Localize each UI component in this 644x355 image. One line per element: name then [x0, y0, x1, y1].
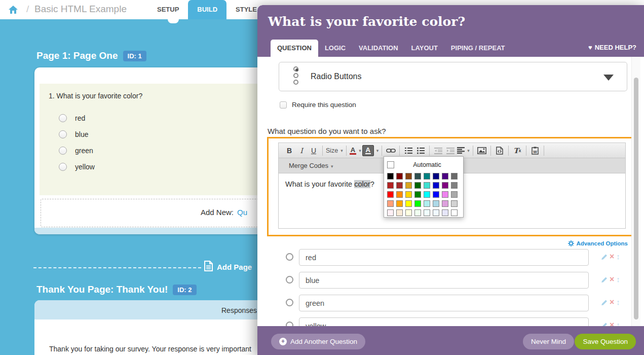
color-swatch[interactable]: [442, 209, 448, 216]
image-button[interactable]: [476, 145, 487, 157]
add-another-question-button[interactable]: + Add Another Question: [271, 334, 365, 349]
need-help-link[interactable]: ♥NEED HELP?: [588, 44, 636, 51]
color-swatch[interactable]: [451, 173, 458, 180]
modal-scrollbar-thumb[interactable]: [634, 78, 638, 320]
color-swatch[interactable]: [433, 173, 439, 180]
remove-format-x: x: [519, 148, 521, 153]
source-button[interactable]: [494, 145, 505, 157]
paste-from-word-button[interactable]: W: [529, 145, 541, 157]
modal-tab-question[interactable]: QUESTION: [271, 40, 318, 57]
require-question-checkbox[interactable]: [280, 101, 287, 109]
color-swatch[interactable]: [387, 191, 394, 198]
modal-tab-layout[interactable]: LAYOUT: [405, 40, 444, 57]
color-swatch[interactable]: [405, 200, 412, 207]
topbar-tab-setup[interactable]: SETUP: [148, 0, 188, 19]
color-swatch[interactable]: [424, 173, 430, 180]
color-swatch[interactable]: [442, 191, 448, 198]
modal-scrollbar-track[interactable]: [631, 57, 640, 326]
color-swatch[interactable]: [396, 173, 403, 180]
color-swatch[interactable]: [433, 200, 439, 207]
delete-option-icon[interactable]: ×: [610, 298, 614, 306]
color-swatch[interactable]: [396, 209, 403, 216]
radio-button-icon[interactable]: [59, 114, 67, 122]
edit-option-icon[interactable]: [601, 254, 608, 260]
add-new-question-link[interactable]: Qu: [237, 208, 247, 217]
answer-option-input[interactable]: [299, 272, 589, 289]
underline-button[interactable]: U: [308, 145, 319, 157]
color-swatch[interactable]: [451, 191, 458, 198]
color-swatch[interactable]: [424, 209, 430, 216]
modal-tab-logic[interactable]: LOGIC: [318, 40, 352, 57]
color-swatch[interactable]: [405, 191, 412, 198]
numbered-list-button[interactable]: [403, 145, 414, 157]
background-color-button[interactable]: A▾: [362, 145, 379, 157]
advanced-options-link[interactable]: Advanced Options: [568, 240, 628, 246]
color-swatch[interactable]: [387, 182, 394, 189]
color-swatch[interactable]: [442, 182, 448, 189]
responses-label[interactable]: Responses: [221, 306, 257, 314]
reorder-option-icon[interactable]: ↕: [616, 253, 620, 261]
delete-option-icon[interactable]: ×: [610, 275, 614, 283]
align-dropdown[interactable]: ▾: [457, 145, 470, 157]
bold-button[interactable]: B: [284, 145, 295, 157]
edit-option-icon[interactable]: [601, 276, 608, 283]
home-icon[interactable]: [8, 5, 18, 15]
color-swatch[interactable]: [433, 191, 439, 198]
answer-option-input[interactable]: [299, 249, 589, 266]
edit-option-icon[interactable]: [601, 299, 608, 306]
color-swatch[interactable]: [414, 173, 421, 180]
radio-button-icon[interactable]: [59, 147, 67, 155]
color-swatch[interactable]: [442, 200, 448, 207]
remove-format-button[interactable]: Tx: [512, 145, 523, 157]
color-swatch[interactable]: [414, 191, 421, 198]
color-swatch[interactable]: [387, 173, 394, 180]
color-swatch[interactable]: [424, 200, 430, 207]
color-swatch[interactable]: [442, 173, 448, 180]
delete-option-icon[interactable]: ×: [610, 253, 614, 261]
bullet-list-button[interactable]: [415, 145, 426, 157]
reorder-option-icon[interactable]: ↕: [616, 275, 620, 283]
reorder-option-icon[interactable]: ↕: [616, 298, 620, 306]
color-swatch[interactable]: [396, 191, 403, 198]
color-swatch[interactable]: [405, 173, 412, 180]
color-swatch[interactable]: [405, 182, 412, 189]
link-button[interactable]: [385, 145, 396, 157]
breadcrumb-survey-title[interactable]: Basic HTML Example: [34, 4, 127, 15]
automatic-color-option[interactable]: Automatic: [387, 159, 460, 170]
page1-title[interactable]: Page 1: Page One: [36, 50, 118, 61]
color-swatch[interactable]: [451, 200, 458, 207]
color-swatch[interactable]: [433, 182, 439, 189]
color-swatch[interactable]: [433, 209, 439, 216]
color-swatch[interactable]: [451, 209, 458, 216]
color-swatch[interactable]: [396, 200, 403, 207]
color-swatch[interactable]: [424, 191, 430, 198]
thankyou-title[interactable]: Thank You Page: Thank You!: [36, 284, 168, 295]
color-swatch[interactable]: [414, 200, 421, 207]
save-question-button[interactable]: Save Question: [575, 334, 636, 349]
add-page-icon[interactable]: [204, 261, 213, 273]
radio-button-icon[interactable]: [59, 130, 67, 138]
color-swatch[interactable]: [387, 209, 394, 216]
color-swatch[interactable]: [396, 182, 403, 189]
question-type-select[interactable]: Radio Buttons: [279, 62, 627, 91]
color-swatch[interactable]: [414, 209, 421, 216]
size-dropdown[interactable]: Size▾: [326, 145, 343, 157]
indent-button[interactable]: [445, 145, 456, 157]
add-page-link[interactable]: Add Page: [217, 263, 252, 271]
color-swatch[interactable]: [424, 182, 430, 189]
require-question-row[interactable]: Require this question: [280, 101, 356, 109]
color-swatch[interactable]: [387, 200, 394, 207]
modal-tab-validation[interactable]: VALIDATION: [352, 40, 405, 57]
radio-button-icon[interactable]: [59, 163, 67, 171]
italic-button[interactable]: I: [296, 145, 307, 157]
text-color-button[interactable]: A▾: [350, 145, 361, 157]
color-swatch[interactable]: [414, 182, 421, 189]
outdent-button[interactable]: [433, 145, 444, 157]
answer-option-input[interactable]: [299, 295, 589, 311]
color-swatch[interactable]: [405, 209, 412, 216]
color-swatch[interactable]: [451, 182, 458, 189]
merge-codes-dropdown[interactable]: Merge Codes▾: [289, 162, 333, 169]
topbar-tab-build[interactable]: BUILD: [188, 0, 226, 19]
never-mind-button[interactable]: Never Mind: [523, 334, 574, 349]
modal-tab-piping-repeat[interactable]: PIPING / REPEAT: [444, 40, 512, 57]
